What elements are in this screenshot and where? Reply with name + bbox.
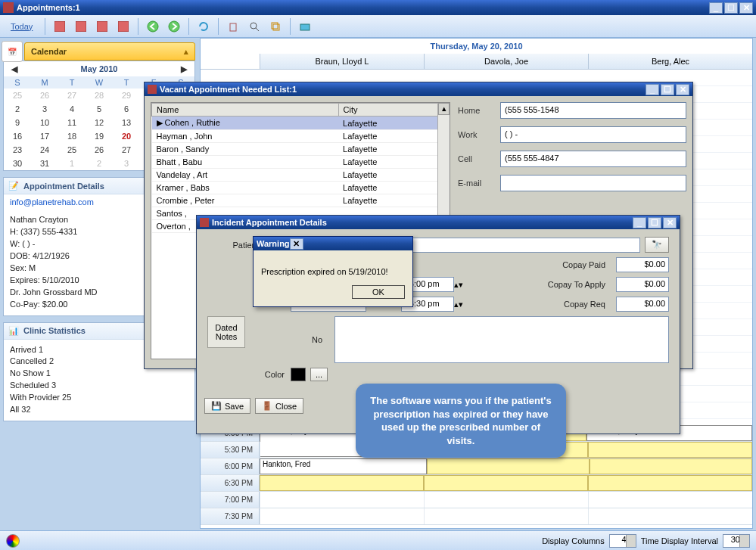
col-city[interactable]: City <box>338 104 449 117</box>
calendar-day[interactable]: 18 <box>58 129 86 143</box>
list-row[interactable]: Kramer , BabsLafayette <box>152 182 450 194</box>
close-button[interactable]: ✕ <box>739 2 753 14</box>
incident-close[interactable]: ✕ <box>663 217 677 228</box>
warning-close[interactable]: ✕ <box>290 238 303 250</box>
calendar-day[interactable]: 27 <box>113 143 140 157</box>
list-row[interactable]: Vandelay , ArtLafayette <box>152 169 450 182</box>
calendar-day[interactable]: 30 <box>4 157 31 170</box>
vacant-minimize[interactable]: _ <box>646 84 659 95</box>
calendar-day[interactable]: 29 <box>113 89 140 102</box>
close-button[interactable]: 🚪 Close <box>255 398 303 414</box>
warning-ok-button[interactable]: OK <box>352 285 405 299</box>
calendar-day[interactable]: 10 <box>31 116 58 129</box>
refresh-icon[interactable] <box>195 18 212 35</box>
calendar-day[interactable]: 1 <box>58 157 86 170</box>
next-month-button[interactable]: ▶ <box>181 64 187 74</box>
color-swatch[interactable] <box>291 368 306 381</box>
display-columns-spinner[interactable]: 4 <box>609 534 636 548</box>
time-7pm: 7:00 PM <box>201 492 260 508</box>
calendar-day[interactable]: 16 <box>4 129 31 143</box>
list-row[interactable]: Crombie , PeterLafayette <box>152 194 450 207</box>
calendar-day[interactable]: 3 <box>31 102 58 116</box>
calendar-day[interactable]: 20 <box>113 129 140 143</box>
calendar-day[interactable]: 25 <box>4 89 31 102</box>
time-interval-spinner[interactable]: 30 <box>723 534 750 548</box>
calendar-day[interactable]: 31 <box>31 157 58 170</box>
home-input[interactable]: (555 555-1548 <box>500 102 686 119</box>
tool-icon-2[interactable] <box>73 18 89 35</box>
provider-col-3[interactable]: Berg, Alec <box>588 54 752 69</box>
copay-apply-input[interactable]: $0.00 <box>616 277 669 292</box>
calendar-day[interactable]: 19 <box>86 129 113 143</box>
calendar-day[interactable]: 3 <box>113 157 140 170</box>
work-input[interactable]: ( ) - <box>500 126 686 143</box>
calendar-day[interactable]: 28 <box>86 89 113 102</box>
calendar-day[interactable]: 12 <box>86 116 113 129</box>
calendar-day[interactable]: 4 <box>58 102 86 116</box>
calendar-day[interactable]: 25 <box>58 143 86 157</box>
calendar-day[interactable]: 23 <box>4 143 31 157</box>
export-icon[interactable] <box>297 18 313 35</box>
delete-icon[interactable] <box>225 18 241 35</box>
copay-req-input[interactable]: $0.00 <box>616 297 669 312</box>
color-wheel-icon[interactable] <box>6 534 20 548</box>
save-button[interactable]: 💾 Save <box>204 398 250 414</box>
vacant-close[interactable]: ✕ <box>676 84 689 95</box>
calendar-day[interactable]: 17 <box>31 129 58 143</box>
list-row[interactable]: Hayman , JohnLafayette <box>152 130 450 143</box>
calendar-panel-header[interactable]: Calendar ▴ <box>24 42 195 61</box>
time-730pm: 7:30 PM <box>201 508 260 524</box>
copy-icon[interactable] <box>267 18 284 35</box>
calendar-day[interactable]: 2 <box>4 102 31 116</box>
calendar-day[interactable]: 5 <box>86 102 113 116</box>
tool-icon-4[interactable] <box>115 18 132 35</box>
cell-label: Cell <box>458 154 500 163</box>
list-row[interactable]: Bhatt , BabuLafayette <box>152 156 450 169</box>
col-name[interactable]: Name <box>152 104 339 117</box>
provider-col-1[interactable]: Braun, Lloyd L <box>260 54 424 69</box>
lookup-button[interactable]: 🔭 <box>645 237 669 253</box>
prev-month-button[interactable]: ◀ <box>11 64 17 74</box>
door-icon: 🚪 <box>262 401 272 411</box>
notes-label: No <box>245 335 328 344</box>
copay-req-label: Copay Req <box>564 300 611 309</box>
email-input[interactable] <box>500 175 686 191</box>
svg-rect-2 <box>97 21 107 32</box>
dated-notes-button[interactable]: Dated Notes <box>207 316 245 348</box>
tool-icon-1[interactable] <box>51 18 68 35</box>
incident-minimize[interactable]: _ <box>633 217 646 228</box>
calendar-day[interactable]: 11 <box>58 116 86 129</box>
main-toolbar: Today <box>0 15 756 38</box>
calendar-day[interactable]: 26 <box>86 143 113 157</box>
appt-hankton[interactable]: Hankton, Fred <box>260 458 427 474</box>
nav-forward-button[interactable] <box>166 18 182 35</box>
calendar-day[interactable]: 2 <box>86 157 113 170</box>
copay-paid-input[interactable]: $0.00 <box>616 257 669 272</box>
calendar-day[interactable]: 27 <box>58 89 86 102</box>
svg-line-8 <box>256 28 259 31</box>
maximize-button[interactable]: ☐ <box>724 2 738 14</box>
scroll-up[interactable]: ▴ <box>438 103 450 115</box>
vacant-maximize[interactable]: ☐ <box>661 84 674 95</box>
notes-textarea[interactable] <box>334 316 669 363</box>
list-row[interactable]: Baron , SandyLafayette <box>152 143 450 156</box>
calendar-day[interactable]: 6 <box>113 102 140 116</box>
nav-back-button[interactable] <box>145 18 161 35</box>
svg-rect-11 <box>300 24 310 30</box>
list-row[interactable]: ▶ Cohen , RuthieLafayette <box>152 117 450 130</box>
calendar-day[interactable]: 24 <box>31 143 58 157</box>
incident-maximize[interactable]: ☐ <box>648 217 661 228</box>
app-icon <box>3 2 14 13</box>
color-picker-button[interactable]: ... <box>310 368 328 381</box>
svg-rect-6 <box>230 23 236 31</box>
search-user-icon[interactable] <box>246 18 263 35</box>
today-button[interactable]: Today <box>5 20 39 33</box>
calendar-day[interactable]: 9 <box>4 116 31 129</box>
tool-icon-3[interactable] <box>94 18 110 35</box>
calendar-day[interactable]: 26 <box>31 89 58 102</box>
minimize-button[interactable]: _ <box>709 2 723 14</box>
time-530pm: 5:30 PM <box>201 442 260 458</box>
provider-col-2[interactable]: Davola, Joe <box>424 54 588 69</box>
calendar-day[interactable]: 13 <box>113 116 140 129</box>
cell-input[interactable]: (555 555-4847 <box>500 151 686 167</box>
